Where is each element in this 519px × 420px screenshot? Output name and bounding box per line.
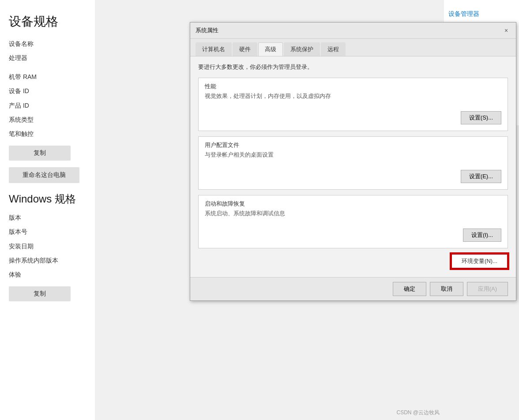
device-name-label: 设备名称 [9,39,86,49]
admin-notice: 要进行大多数更改，你必须作为管理员登录。 [198,63,508,71]
processor-label: 处理器 [9,53,86,63]
copy-button-2[interactable]: 复制 [9,286,71,301]
os-build-label: 操作系统内部版本 [9,255,86,265]
startup-desc: 系统启动、系统故障和调试信息 [205,210,501,218]
device-id-label: 设备 ID [9,86,86,96]
left-panel: 设备规格 设备名称 处理器 机带 RAM 设备 ID 产品 ID 系统类型 笔和… [0,0,95,420]
rename-pc-button-left[interactable]: 重命名这台电脑 [9,167,79,183]
system-properties-dialog: 系统属性 × 计算机名 硬件 高级 系统保护 远程 要进行大多数更改，你必须作为… [190,22,516,301]
ram-label: 机带 RAM [9,72,86,82]
startup-section: 启动和故障恢复 系统启动、系统故障和调试信息 设置(I)... [198,195,508,248]
performance-settings-button[interactable]: 设置(S)... [461,111,501,124]
startup-settings-button[interactable]: 设置(I)... [463,229,501,242]
experience-label: 体验 [9,270,86,279]
ok-button[interactable]: 确定 [393,282,426,296]
product-id-label: 产品 ID [9,101,86,110]
dialog-body: 要进行大多数更改，你必须作为管理员登录。 性能 视觉效果，处理器计划，内存使用，… [190,56,516,277]
dialog-title: 系统属性 [196,26,218,34]
device-manager-link[interactable]: 设备管理器 [448,7,515,22]
system-type-label: 系统类型 [9,115,86,124]
user-profile-desc: 与登录帐户相关的桌面设置 [205,151,501,159]
apply-button[interactable]: 应用(A) [467,282,508,296]
dialog-tabs: 计算机名 硬件 高级 系统保护 远程 [190,39,516,56]
windows-spec-title: Windows 规格 [9,192,86,206]
dialog-close-button[interactable]: × [502,26,511,35]
edition-number-label: 版本号 [9,227,86,236]
pen-touch-label: 笔和触控 [9,129,86,139]
user-profile-title: 用户配置文件 [205,141,501,149]
performance-title: 性能 [205,82,501,90]
performance-desc: 视觉效果，处理器计划，内存使用，以及虚拟内存 [205,92,501,100]
startup-title: 启动和故障恢复 [205,200,501,208]
tab-advanced[interactable]: 高级 [258,42,283,56]
env-variables-button[interactable]: 环境变量(N)... [451,254,508,269]
edition-label: 版本 [9,213,86,222]
cancel-button[interactable]: 取消 [430,282,463,296]
install-date-label: 安装日期 [9,241,86,251]
tab-hardware[interactable]: 硬件 [233,42,257,56]
device-spec-title: 设备规格 [9,13,86,30]
user-profile-section: 用户配置文件 与登录帐户相关的桌面设置 设置(E)... [198,136,508,190]
performance-section: 性能 视觉效果，处理器计划，内存使用，以及虚拟内存 设置(S)... [198,78,508,131]
copy-button-1[interactable]: 复制 [9,146,71,161]
tab-computer-name[interactable]: 计算机名 [196,42,232,56]
dialog-titlebar: 系统属性 × [190,22,516,39]
tab-remote[interactable]: 远程 [321,42,346,56]
env-btn-row: 环境变量(N)... [198,254,508,269]
dialog-footer: 确定 取消 应用(A) [190,277,516,300]
tab-system-protection[interactable]: 系统保护 [284,42,320,56]
user-profile-settings-button[interactable]: 设置(E)... [461,170,501,183]
watermark: CSDN @云边牧风 [396,409,440,416]
